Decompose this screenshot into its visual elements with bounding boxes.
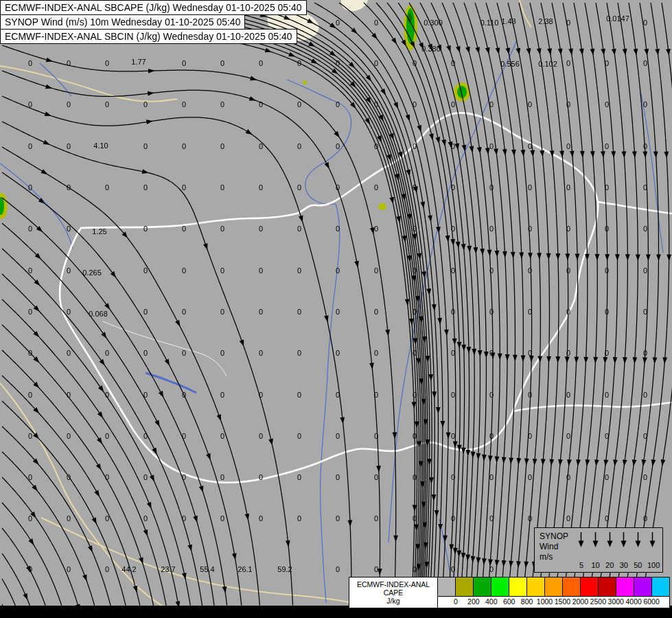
map-value-label: 0 <box>489 473 494 481</box>
map-value-label: 0 <box>413 473 417 481</box>
map-value-label: 0.300 <box>424 19 443 27</box>
map-value-label: 0 <box>220 514 224 523</box>
map-value-label: 0 <box>643 349 647 357</box>
map-value-label: 1.25 <box>92 227 106 236</box>
map-value-label: 0 <box>566 308 570 316</box>
map-value-label: 0 <box>105 349 109 357</box>
map-value-label: 0 <box>489 565 494 573</box>
map-value-label: 0 <box>28 100 32 108</box>
map-value-label: 0 <box>297 142 301 150</box>
map-value-label: 0 <box>105 100 109 108</box>
map-value-label: 0 <box>28 349 32 357</box>
map-value-label: 4.10 <box>93 141 108 150</box>
cape-threshold-label: 200 <box>467 597 480 606</box>
map-value-label: 0 <box>143 142 148 150</box>
map-value-label: 1.77 <box>131 58 146 66</box>
map-value-label: 0 <box>605 349 609 357</box>
map-value-label: 0 <box>336 19 340 27</box>
map-value-label: 0 <box>105 514 109 523</box>
map-value-label: 0.380 <box>421 45 441 53</box>
map-value-label: 0 <box>67 514 71 523</box>
map-value-label: 0 <box>374 514 378 523</box>
map-value-label: 0.265 <box>82 268 102 277</box>
map-value-label: 0 <box>374 100 378 108</box>
cape-swatch <box>438 577 455 596</box>
wind-speed-label: 10 <box>591 561 601 569</box>
title-synop-wind: SYNOP Wind (m/s) 10m Wednesday 01-10-202… <box>0 14 245 30</box>
map-value-label: 0 <box>297 59 301 67</box>
cape-swatch <box>491 577 509 596</box>
map-value-label: 0 <box>374 183 378 192</box>
map-value-label: 0 <box>566 266 570 275</box>
map-value-label: 0 <box>28 391 32 399</box>
map-value-label: 0 <box>489 308 494 316</box>
map-value-label: 0 <box>643 142 647 150</box>
map-value-label: 0 <box>489 391 494 399</box>
map-value-label: 0 <box>143 183 148 192</box>
map-value-label: 0 <box>374 565 378 573</box>
map-value-label: 0 <box>528 183 532 192</box>
map-value-label: 0 <box>336 473 340 481</box>
map-value-label: 0 <box>297 266 301 275</box>
map-value-label: 0 <box>566 473 570 481</box>
map-value-label: 0 <box>28 514 32 523</box>
map-value-label: 0 <box>143 473 148 481</box>
map-value-label: 44.2 <box>121 565 136 573</box>
map-value-label: 0 <box>67 391 71 399</box>
map-value-label: 0 <box>643 473 647 481</box>
map-value-label: 0 <box>28 565 32 573</box>
map-value-label: 0 <box>143 391 148 399</box>
map-value-label: 0 <box>143 308 148 316</box>
map-value-label: 0 <box>566 391 570 399</box>
map-value-label: 0 <box>489 183 494 192</box>
map-value-label: 0 <box>374 225 378 233</box>
cape-swatch <box>634 577 651 596</box>
map-value-label: 0 <box>605 100 609 108</box>
map-value-label: 0 <box>220 349 224 357</box>
map-value-label: 0 <box>451 308 455 316</box>
map-value-label: 0 <box>413 142 417 150</box>
wind-speed-row: 510203050100 <box>577 561 657 569</box>
map-value-label: 0 <box>451 349 455 357</box>
cape-legend-label: ECMWF-INDEX-ANAL CAPE J/kg <box>349 577 438 608</box>
map-value-label: 0 <box>259 514 263 523</box>
map-value-label: 0 <box>220 100 224 108</box>
weather-map-viewport: 0000000000000000000000000000000000000000… <box>0 0 672 618</box>
map-value-label: 0 <box>336 432 340 440</box>
map-value-label: 0 <box>413 183 417 192</box>
map-value-label: 0 <box>489 266 494 275</box>
map-value-label: 0 <box>605 391 609 399</box>
cape-swatch <box>616 577 634 596</box>
map-value-label: 0 <box>220 473 224 481</box>
map-value-label: 0 <box>528 391 532 399</box>
map-value-label: 0 <box>143 225 148 233</box>
cape-legend: ECMWF-INDEX-ANAL CAPE J/kg 0200400600800… <box>349 577 670 608</box>
wind-legend-text: SYNOP Wind m/s <box>535 528 575 572</box>
map-value-label: 0 <box>413 514 417 523</box>
map-value-label: 0 <box>28 473 32 481</box>
map-value-label: 0 <box>605 183 609 192</box>
wind-legend: SYNOP Wind m/s 510203050100 <box>534 527 663 573</box>
wind-speed-label: 100 <box>647 561 657 569</box>
map-value-label: 0 <box>297 473 301 481</box>
map-value-label: 0 <box>489 100 494 108</box>
wind-speed-label: 30 <box>619 561 629 569</box>
map-value-label: 0 <box>528 225 532 233</box>
wind-legend-title: SYNOP <box>540 531 575 542</box>
map-value-label: 0 <box>566 142 570 150</box>
cape-threshold-label: 2000 <box>572 597 588 606</box>
map-value-label: 0.068 <box>89 310 108 318</box>
wind-legend-cells: 510203050100 <box>575 528 662 572</box>
map-value-label: 0 <box>67 565 71 573</box>
map-value-label: 0.556 <box>500 60 520 68</box>
wind-arrow-down-icon <box>619 531 628 548</box>
wind-arrow-down-icon <box>577 531 586 548</box>
cape-swatch <box>526 577 544 596</box>
wind-arrow-down-icon <box>648 531 657 548</box>
map-value-label: 0 <box>451 100 455 108</box>
map-value-label: 0 <box>643 391 647 399</box>
map-value-label: 0 <box>451 59 455 67</box>
map-value-label: 0 <box>566 349 570 357</box>
map-value-label: 0 <box>451 183 455 192</box>
map-value-label: 0 <box>528 514 532 523</box>
